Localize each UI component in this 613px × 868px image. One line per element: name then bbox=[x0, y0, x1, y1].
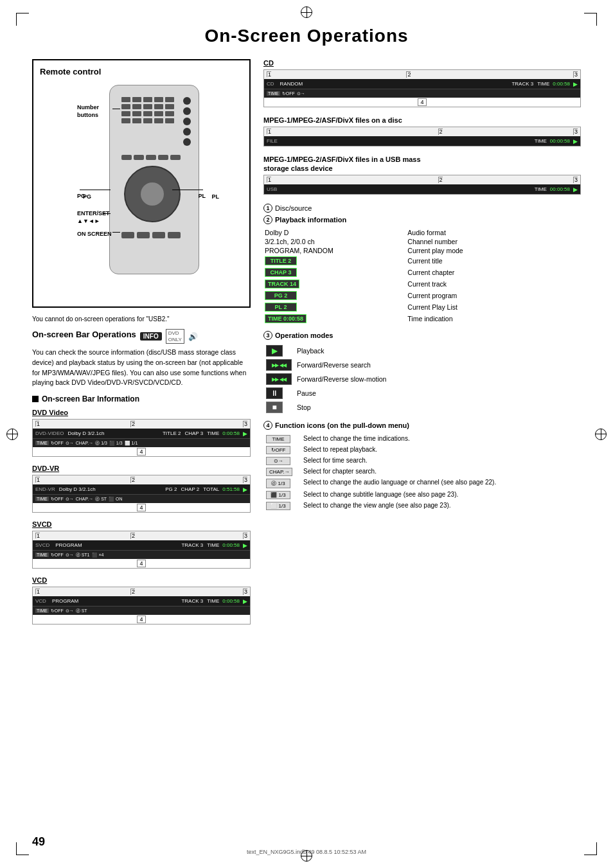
enter-label: ENTER/SET▲▼◄► bbox=[77, 210, 110, 225]
vcd-num2: 2 bbox=[130, 589, 135, 595]
cd-repeat: ↻OFF bbox=[282, 91, 295, 96]
speaker-icon: 🔊 bbox=[188, 332, 198, 341]
vr-pg: PG 2 bbox=[165, 486, 177, 492]
fwd-rev-icon-cell: ▶▶ ◀◀ bbox=[263, 358, 296, 372]
disc-source-row: 1 Disc/source bbox=[263, 204, 581, 213]
content-area: Remote control bbox=[32, 59, 581, 632]
onscreen-label: ON SCREEN bbox=[77, 231, 112, 237]
pause-icon-cell: ⏸ bbox=[263, 386, 296, 400]
vcd-source: VCD bbox=[35, 598, 46, 604]
mpd-play: ▶ bbox=[573, 138, 578, 145]
func-time-badge: TIME bbox=[266, 435, 290, 443]
table-row: CHAP.→ Select for chapter search. bbox=[263, 466, 581, 477]
pg-badge: PG 2 bbox=[265, 291, 297, 300]
vcd-nums-row: 1 2 3 bbox=[33, 587, 250, 596]
func-sub-badge: ⬛ 1/3 bbox=[266, 491, 290, 499]
title-badge-cell: TITLE 2 bbox=[263, 255, 406, 267]
remote-body: PG PL bbox=[109, 85, 199, 274]
dvd-nums-row: 1 2 3 bbox=[33, 420, 250, 429]
svcd-num2: 2 bbox=[130, 533, 135, 539]
vr-num2: 2 bbox=[130, 477, 135, 483]
dolby-desc: Audio format bbox=[406, 228, 581, 237]
circle-1: 1 bbox=[263, 204, 272, 213]
pl-desc: Current Play List bbox=[406, 301, 581, 313]
page-title: On-Screen Operations bbox=[32, 26, 581, 46]
cd-time-search: ⊙→ bbox=[297, 91, 305, 96]
mpeg-usb-section: MPEG-1/MPEG-2/ASF/DivX files in a USB ma… bbox=[263, 155, 581, 195]
program-label: PROGRAM, RANDOM bbox=[263, 246, 406, 255]
svcd-screen: 1 2 3 SVCD PROGRAM TRACK 3 TIME 0:00:58 … bbox=[32, 531, 251, 569]
vr-audio-func: ⓓ ST bbox=[95, 496, 107, 502]
angle-func: ⬜ 1/1 bbox=[125, 441, 138, 446]
mpeg-disc-bar1: FILE TIME 00:00:58 ▶ bbox=[264, 136, 580, 146]
table-row: ■ Stop bbox=[263, 400, 581, 414]
remote-control-box: Remote control bbox=[32, 59, 251, 308]
vcd-num3: 3 bbox=[243, 589, 247, 595]
mpeg-usb-bar1: USB TIME 00:00:58 ▶ bbox=[264, 184, 580, 194]
dvd-video-bar1: DVD-VIDEO Dolby D 3/2.1ch TITLE 2 CHAP 3… bbox=[33, 429, 250, 438]
func-tsearch-badge: ⊙→ bbox=[266, 457, 290, 465]
func-chap-search-badge: CHAP.→ bbox=[266, 468, 292, 476]
vcd-num4-row: 4 bbox=[33, 616, 250, 624]
table-row: ⬜ 1/3 Select to change the view angle (s… bbox=[263, 500, 581, 511]
vr-total: TOTAL bbox=[203, 486, 219, 492]
func-chap-badge-cell: CHAP.→ bbox=[263, 466, 302, 477]
mpeg-usb-nums-row: 1 2 3 bbox=[264, 175, 580, 184]
vr-time: 0:51:58 bbox=[222, 486, 240, 492]
dpad-center bbox=[141, 182, 164, 206]
channel-desc: Channel number bbox=[406, 237, 581, 246]
reg-mark-top bbox=[301, 6, 312, 18]
vcd-bar2: TIME ↻OFF ⊙→ ⓓ ST bbox=[33, 606, 250, 615]
mpd-source: FILE bbox=[267, 138, 278, 144]
table-row: ▶▶ ◀◀ Forward/Reverse search bbox=[263, 358, 581, 372]
dolby-label: Dolby D bbox=[263, 228, 406, 237]
vcd-section: VCD 1 2 3 VCD PROGRAM TRACK 3 TIME 0:00:… bbox=[32, 576, 251, 624]
mpeg-disc-nums-row: 1 2 3 bbox=[264, 127, 580, 136]
vcd-time-label: TIME bbox=[207, 598, 219, 604]
pg-badge-cell: PG 2 bbox=[263, 290, 406, 301]
svcd-source: SVCD bbox=[35, 542, 49, 548]
num-2-bracket: 2 bbox=[130, 421, 135, 427]
func-audio-badge: ⓓ 1/3 bbox=[266, 479, 290, 488]
func-tsearch-badge-cell: ⊙→ bbox=[263, 456, 302, 466]
mpeg-usb-title2: storage class device bbox=[263, 164, 581, 172]
table-row: TRACK 14 Current track bbox=[263, 278, 581, 290]
func-angle-badge: ⬜ 1/3 bbox=[266, 502, 290, 510]
svcd-audio: ⓓ ST1 bbox=[76, 552, 90, 558]
svcd-time-func: TIME bbox=[35, 553, 49, 557]
func-time-desc: Select to change the time indications. bbox=[302, 434, 581, 445]
dvd-video-bar2: TIME ↻OFF ⊙→ CHAP.→ ⓓ 1/3 ⬛ 1/3 ⬜ 1/1 bbox=[33, 438, 250, 447]
stop-label: Stop bbox=[296, 400, 581, 414]
op-modes-heading-row: 3 Operation modes bbox=[263, 331, 581, 340]
pl-line bbox=[172, 190, 203, 190]
stop-icon: ■ bbox=[266, 402, 283, 413]
func-sub-desc: Select to change subtitle language (see … bbox=[302, 490, 581, 500]
page: On-Screen Operations Remote control bbox=[0, 0, 613, 868]
mpu-num3: 3 bbox=[573, 177, 578, 183]
table-row: PL 2 Current Play List bbox=[263, 301, 581, 313]
table-row: ⓓ 1/3 Select to change the audio languag… bbox=[263, 477, 581, 490]
cd-play: ▶ bbox=[573, 81, 578, 87]
page-number: 49 bbox=[32, 835, 45, 849]
func-icons-heading-row: 4 Function icons (on the pull-down menu) bbox=[263, 421, 581, 430]
dvd-vr-nums-row: 1 2 3 bbox=[33, 475, 250, 484]
func-angle-badge-cell: ⬜ 1/3 bbox=[263, 500, 302, 511]
mpeg-usb-screen: 1 2 3 USB TIME 00:00:58 ▶ bbox=[263, 175, 581, 195]
svcd-num3: 3 bbox=[243, 533, 247, 539]
playback-info-label: Playback information bbox=[275, 216, 346, 224]
cd-num4-row: 4 bbox=[264, 99, 580, 107]
number-label-line bbox=[112, 109, 120, 109]
crop-mark-bl-h bbox=[16, 855, 29, 855]
program-desc: Current play mode bbox=[406, 246, 581, 255]
cd-nums-row: 1 2 3 bbox=[264, 70, 580, 79]
cd-random: RANDOM bbox=[280, 81, 303, 87]
cd-num1: 1 bbox=[267, 71, 271, 77]
cd-bar1: CD RANDOM TRACK 3 TIME 0:00:58 ▶ bbox=[264, 79, 580, 89]
cd-bar2: TIME ↻OFF ⊙→ bbox=[264, 89, 580, 98]
circle-2: 2 bbox=[263, 215, 272, 224]
playback-info-table: Dolby D Audio format 3/2.1ch, 2/0.0 ch C… bbox=[263, 228, 581, 324]
pl-badge-cell: PL 2 bbox=[263, 301, 406, 313]
play-label: Playback bbox=[296, 344, 581, 358]
crop-mark-tr-v bbox=[596, 13, 597, 26]
channel-label: 3/2.1ch, 2/0.0 ch bbox=[263, 237, 406, 246]
